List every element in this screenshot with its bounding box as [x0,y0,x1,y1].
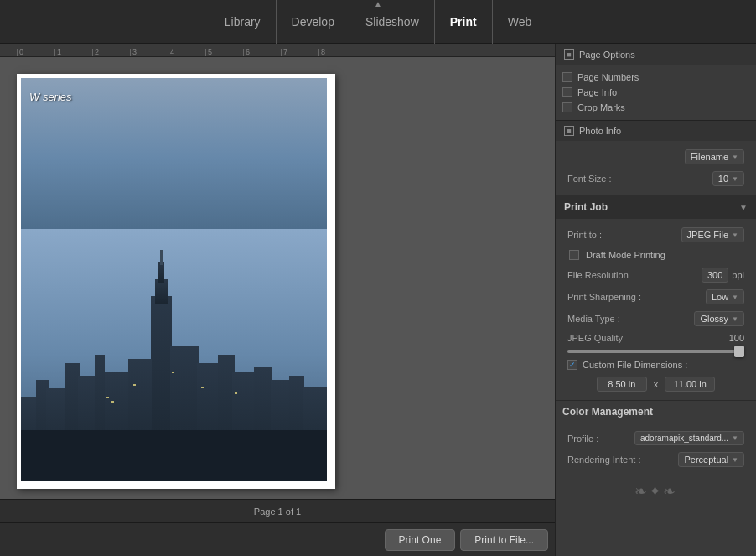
profile-row: Profile : adoramapix_standard... ▼ [562,428,749,449]
media-type-value: Glossy [700,314,728,324]
nav-web[interactable]: Web [493,0,547,44]
profile-dropdown[interactable]: adoramapix_standard... ▼ [634,431,744,445]
rendering-intent-dropdown-arrow: ▼ [732,456,738,464]
nav-develop[interactable]: Develop [277,0,350,44]
photo-label: W series [29,91,72,103]
top-nav-bar: ▲ Library Develop Slideshow Print Web [0,0,756,44]
custom-file-dim-checkbox[interactable]: ✓ [567,360,577,370]
ruler-mark-8: 8 [318,49,356,56]
ruler-mark-6: 6 [243,49,281,56]
svg-rect-21 [21,430,327,481]
nav-print[interactable]: Print [435,0,493,44]
ruler: 0 1 2 3 4 5 6 7 8 [0,44,555,57]
photo-info-body: Filename ▼ Font Size : 10 ▼ [556,141,756,195]
svg-rect-22 [106,397,109,398]
svg-rect-10 [160,250,163,265]
ruler-marks: 0 1 2 3 4 5 6 7 8 [17,49,555,56]
font-size-dropdown[interactable]: 10 ▼ [712,171,744,186]
ruler-mark-7: 7 [281,49,318,56]
profile-dropdown-arrow: ▼ [732,434,738,442]
status-bar: Page 1 of 1 [0,499,555,522]
media-type-dropdown-arrow: ▼ [732,315,738,323]
file-resolution-row: File Resolution 300 ppi [562,264,749,286]
font-size-dropdown-arrow: ▼ [732,175,738,183]
profile-value: adoramapix_standard... [640,434,728,443]
page-options-body: Page Numbers Page Info Crop Marks [556,65,756,120]
nav-arrow: ▲ [374,0,382,8]
ruler-mark-5: 5 [205,49,243,56]
jpeg-quality-value: 100 [729,333,744,343]
print-sharpening-row: Print Sharpening : Low ▼ [562,286,749,308]
ornament-divider: ❧✦❧ [556,475,756,507]
page-numbers-row[interactable]: Page Numbers [562,70,749,85]
ruler-mark-3: 3 [130,49,168,56]
crop-marks-row[interactable]: Crop Marks [562,100,749,115]
canvas-area: 0 1 2 3 4 5 6 7 8 W series [0,44,555,556]
print-job-header[interactable]: Print Job ▼ [556,195,756,219]
dimensions-row: x [562,373,749,395]
ruler-mark-0: 0 [17,49,54,56]
photo-image: W series [21,78,327,481]
svg-rect-26 [201,387,204,388]
print-to-dropdown-arrow: ▼ [732,231,738,239]
font-size-value: 10 [718,174,728,184]
color-management-section: Color Management [556,400,756,423]
print-to-file-button[interactable]: Print to File... [460,529,548,551]
draft-mode-checkbox[interactable] [569,250,579,260]
jpeg-quality-slider[interactable] [567,350,744,353]
jpeg-quality-label: JPEG Quality [567,333,623,343]
photo-canvas: W series [0,57,555,499]
nav-slideshow[interactable]: Slideshow [350,0,435,44]
rendering-intent-dropdown[interactable]: Perceptual ▼ [678,452,744,467]
file-resolution-value[interactable]: 300 [702,268,728,283]
print-job-arrow: ▼ [739,203,748,212]
custom-file-dim-row[interactable]: ✓ Custom File Dimensions : [562,356,749,373]
page-info-label: Page Info [577,87,617,97]
dim-height-input[interactable] [665,377,715,392]
filename-row: Filename ▼ [562,146,749,168]
svg-rect-27 [235,392,237,394]
ruler-mark-4: 4 [168,49,205,56]
slider-thumb[interactable] [734,346,744,357]
photo-info-expand-icon: ■ [564,126,574,136]
dim-width-input[interactable] [597,377,647,392]
media-type-label: Media Type : [567,314,620,324]
nav-library[interactable]: Library [210,0,277,44]
jpeg-quality-row: JPEG Quality 100 [562,330,749,346]
print-to-dropdown[interactable]: JPEG File ▼ [681,227,744,242]
file-resolution-unit: ppi [732,270,744,280]
profile-label: Profile : [567,434,598,444]
page-numbers-checkbox[interactable] [562,72,572,82]
media-type-row: Media Type : Glossy ▼ [562,308,749,330]
filename-dropdown[interactable]: Filename ▼ [685,149,744,164]
print-sharpening-dropdown[interactable]: Low ▼ [706,289,744,304]
print-to-row: Print to : JPEG File ▼ [562,224,749,246]
print-sharpening-value: Low [712,292,728,302]
print-sharpening-dropdown-arrow: ▼ [732,294,738,301]
page-info: Page 1 of 1 [254,507,301,517]
svg-rect-9 [158,262,164,283]
crop-marks-checkbox[interactable] [562,102,572,112]
color-management-title: Color Management [562,406,653,418]
font-size-row: Font Size : 10 ▼ [562,168,749,190]
rendering-intent-label: Rendering Intent : [567,455,640,465]
page-info-checkbox[interactable] [562,87,572,97]
photo-info-title: Photo Info [579,126,621,136]
skyline-svg [21,229,327,481]
photo-info-header[interactable]: ■ Photo Info [556,120,756,141]
draft-mode-row[interactable]: Draft Mode Printing [562,246,749,264]
bottom-bar: Print One Print to File... [0,522,555,556]
media-type-dropdown[interactable]: Glossy ▼ [694,311,744,326]
print-to-value: JPEG File [687,230,729,240]
crop-marks-label: Crop Marks [577,102,625,112]
page-info-row[interactable]: Page Info [562,85,749,100]
ruler-mark-2: 2 [92,49,130,56]
svg-rect-23 [111,401,114,403]
page-options-title: Page Options [579,49,635,60]
svg-rect-25 [172,372,174,373]
file-resolution-number: 300 [707,270,722,280]
rendering-intent-value: Perceptual [684,455,728,465]
page-options-header[interactable]: ■ Page Options [556,44,756,65]
expand-icon: ■ [564,49,574,60]
print-one-button[interactable]: Print One [385,529,456,551]
